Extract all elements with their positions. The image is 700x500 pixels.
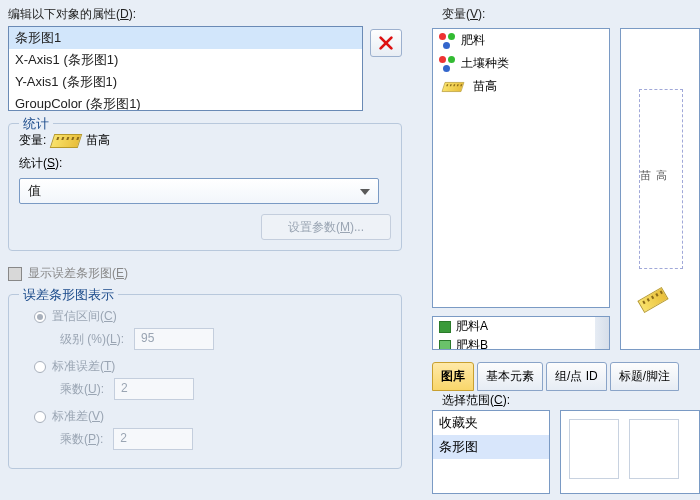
- radio-icon: [34, 361, 46, 373]
- variable-list-item[interactable]: 土壤种类: [433, 52, 609, 75]
- se-radio: 标准误差(T): [34, 358, 391, 375]
- tab-bar: 图库 基本元素 组/点 ID 标题/脚注: [432, 362, 679, 391]
- statistics-group: 统计 变量: 苗高 统计(S): 值 设置参数(M)...: [8, 123, 402, 251]
- gallery-thumbnails: [560, 410, 700, 494]
- tab-basic-elements[interactable]: 基本元素: [477, 362, 543, 391]
- checkbox-icon: [8, 267, 22, 281]
- variable-value: 苗高: [86, 132, 110, 149]
- right-build-panel: 变量(V): 肥料 土壤种类 苗高 苗 高 肥料A 肥料B 图库 基本元素 组/…: [410, 0, 700, 500]
- chooser-list-item[interactable]: 收藏夹: [433, 411, 549, 435]
- object-listbox[interactable]: 条形图1 X-Axis1 (条形图1) Y-Axis1 (条形图1) Group…: [8, 26, 363, 111]
- error-representation-group: 误差条形图表示 置信区间(C) 级别 (%)(L): 95 标准误差(T) 乘数…: [8, 294, 402, 469]
- left-properties-panel: 编辑以下对象的属性(D): 条形图1 X-Axis1 (条形图1) Y-Axis…: [0, 0, 410, 500]
- scale-icon: [50, 134, 83, 148]
- scale-icon: [637, 287, 668, 313]
- show-errorbars-checkbox[interactable]: 显示误差条形图(E): [8, 265, 402, 282]
- object-list-item[interactable]: X-Axis1 (条形图1): [9, 49, 362, 71]
- scale-icon: [442, 82, 465, 92]
- chooser-list-item[interactable]: 条形图: [433, 435, 549, 459]
- gallery-thumbnail[interactable]: [569, 419, 619, 479]
- tab-titles[interactable]: 标题/脚注: [610, 362, 679, 391]
- swatch-icon: [439, 321, 451, 333]
- level-label: 级别 (%)(L):: [60, 331, 124, 348]
- statistics-legend: 统计: [19, 115, 53, 133]
- x-icon: [377, 34, 395, 52]
- chart-canvas[interactable]: 苗 高: [620, 28, 700, 350]
- nominal-icon: [439, 33, 455, 49]
- legend-list-item[interactable]: 肥料A: [433, 317, 609, 336]
- statistic-label: 统计(S):: [19, 155, 62, 172]
- sd-radio: 标准差(V): [34, 408, 391, 425]
- chart-preview-area: 苗 高: [639, 89, 683, 269]
- gallery-thumbnail[interactable]: [629, 419, 679, 479]
- group-listbox[interactable]: 肥料A 肥料B: [432, 316, 610, 350]
- scrollbar[interactable]: [595, 317, 609, 349]
- object-list-item[interactable]: GroupColor (条形图1): [9, 93, 362, 111]
- nominal-icon: [439, 56, 455, 72]
- variable-list-item[interactable]: 苗高: [433, 75, 609, 98]
- radio-icon: [34, 311, 46, 323]
- select-range-label: 选择范围(C):: [442, 392, 510, 409]
- level-input: 95: [134, 328, 214, 350]
- multiplier2-input: 2: [113, 428, 193, 450]
- ci-radio: 置信区间(C): [34, 308, 391, 325]
- statistic-combo[interactable]: 值: [19, 178, 379, 204]
- tab-group-id[interactable]: 组/点 ID: [546, 362, 607, 391]
- variable-list-item[interactable]: 肥料: [433, 29, 609, 52]
- edit-objects-label: 编辑以下对象的属性(D):: [8, 6, 402, 23]
- swatch-icon: [439, 340, 451, 351]
- multiplier-input: 2: [114, 378, 194, 400]
- multiplier2-label: 乘数(P):: [60, 431, 103, 448]
- error-repr-legend: 误差条形图表示: [19, 286, 118, 304]
- legend-list-item[interactable]: 肥料B: [433, 336, 609, 350]
- delete-button[interactable]: [370, 29, 402, 57]
- multiplier-label: 乘数(U):: [60, 381, 104, 398]
- object-list-item[interactable]: Y-Axis1 (条形图1): [9, 71, 362, 93]
- gallery-category-listbox[interactable]: 收藏夹 条形图: [432, 410, 550, 494]
- radio-icon: [34, 411, 46, 423]
- tab-gallery[interactable]: 图库: [432, 362, 474, 391]
- variables-label: 变量(V):: [410, 0, 700, 26]
- set-params-button: 设置参数(M)...: [261, 214, 391, 240]
- variable-label: 变量:: [19, 132, 46, 149]
- variable-listbox[interactable]: 肥料 土壤种类 苗高: [432, 28, 610, 308]
- object-list-item[interactable]: 条形图1: [9, 27, 362, 49]
